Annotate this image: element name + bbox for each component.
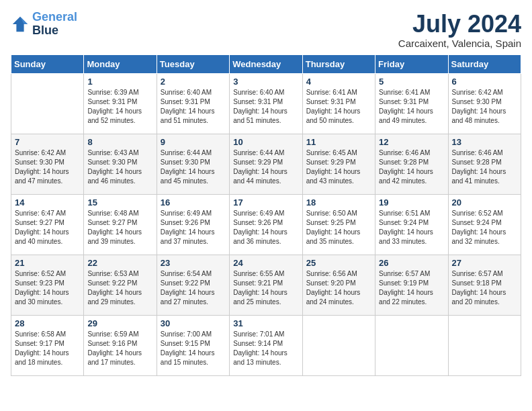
day-info: Sunrise: 6:57 AMSunset: 9:18 PMDaylight:… xyxy=(452,269,517,307)
calendar-header-row: SundayMondayTuesdayWednesdayThursdayFrid… xyxy=(11,54,521,73)
calendar-cell: 28Sunrise: 6:58 AMSunset: 9:17 PMDayligh… xyxy=(11,315,84,375)
location: Carcaixent, Valencia, Spain xyxy=(398,38,521,49)
day-number: 26 xyxy=(379,258,444,268)
calendar-cell: 17Sunrise: 6:49 AMSunset: 9:26 PMDayligh… xyxy=(230,194,302,255)
day-info: Sunrise: 6:46 AMSunset: 9:28 PMDaylight:… xyxy=(452,148,517,186)
calendar-cell: 16Sunrise: 6:49 AMSunset: 9:26 PMDayligh… xyxy=(157,194,229,255)
day-number: 25 xyxy=(306,258,371,268)
day-info: Sunrise: 6:41 AMSunset: 9:31 PMDaylight:… xyxy=(306,88,371,126)
day-number: 2 xyxy=(161,77,226,87)
calendar-cell: 19Sunrise: 6:51 AMSunset: 9:24 PMDayligh… xyxy=(375,194,448,255)
day-number: 11 xyxy=(306,137,371,147)
day-number: 20 xyxy=(452,197,517,208)
calendar-table: SundayMondayTuesdayWednesdayThursdayFrid… xyxy=(11,54,521,376)
weekday-header: Sunday xyxy=(11,54,84,73)
day-number: 1 xyxy=(87,77,152,87)
page-header: General Blue July 2024 Carcaixent, Valen… xyxy=(11,11,521,49)
day-info: Sunrise: 6:44 AMSunset: 9:29 PMDaylight:… xyxy=(233,148,298,186)
day-number: 21 xyxy=(15,258,80,268)
day-info: Sunrise: 6:57 AMSunset: 9:19 PMDaylight:… xyxy=(379,269,444,307)
day-info: Sunrise: 6:52 AMSunset: 9:24 PMDaylight:… xyxy=(452,209,517,246)
calendar-week-row: 14Sunrise: 6:47 AMSunset: 9:27 PMDayligh… xyxy=(11,194,521,255)
calendar-cell: 7Sunrise: 6:42 AMSunset: 9:30 PMDaylight… xyxy=(11,134,84,194)
calendar-cell: 8Sunrise: 6:43 AMSunset: 9:30 PMDaylight… xyxy=(84,134,157,194)
day-info: Sunrise: 7:01 AMSunset: 9:14 PMDaylight:… xyxy=(233,330,298,367)
calendar-cell xyxy=(448,315,521,375)
day-number: 4 xyxy=(306,77,371,87)
calendar-cell: 1Sunrise: 6:39 AMSunset: 9:31 PMDaylight… xyxy=(84,73,157,134)
calendar-cell: 26Sunrise: 6:57 AMSunset: 9:19 PMDayligh… xyxy=(375,255,448,315)
day-number: 10 xyxy=(233,137,298,147)
calendar-body: 1Sunrise: 6:39 AMSunset: 9:31 PMDaylight… xyxy=(11,73,521,375)
day-number: 22 xyxy=(87,258,152,268)
day-info: Sunrise: 6:48 AMSunset: 9:27 PMDaylight:… xyxy=(87,209,152,246)
calendar-cell: 13Sunrise: 6:46 AMSunset: 9:28 PMDayligh… xyxy=(448,134,521,194)
day-info: Sunrise: 6:59 AMSunset: 9:16 PMDaylight:… xyxy=(87,330,152,367)
calendar-cell: 24Sunrise: 6:55 AMSunset: 9:21 PMDayligh… xyxy=(230,255,302,315)
day-info: Sunrise: 6:50 AMSunset: 9:25 PMDaylight:… xyxy=(306,209,371,246)
day-number: 9 xyxy=(161,137,226,147)
calendar-cell xyxy=(11,73,84,134)
weekday-header: Wednesday xyxy=(230,54,302,73)
calendar-cell: 3Sunrise: 6:40 AMSunset: 9:31 PMDaylight… xyxy=(230,73,302,134)
day-number: 14 xyxy=(15,197,80,208)
day-number: 28 xyxy=(15,318,80,328)
day-info: Sunrise: 6:40 AMSunset: 9:31 PMDaylight:… xyxy=(161,88,226,126)
calendar-cell: 2Sunrise: 6:40 AMSunset: 9:31 PMDaylight… xyxy=(157,73,229,134)
day-number: 16 xyxy=(161,197,226,208)
day-number: 5 xyxy=(379,77,444,87)
title-block: July 2024 Carcaixent, Valencia, Spain xyxy=(398,11,521,49)
day-info: Sunrise: 7:00 AMSunset: 9:15 PMDaylight:… xyxy=(161,330,226,367)
day-number: 7 xyxy=(15,137,80,147)
calendar-cell: 11Sunrise: 6:45 AMSunset: 9:29 PMDayligh… xyxy=(302,134,375,194)
calendar-cell: 22Sunrise: 6:53 AMSunset: 9:22 PMDayligh… xyxy=(84,255,157,315)
calendar-week-row: 21Sunrise: 6:52 AMSunset: 9:23 PMDayligh… xyxy=(11,255,521,315)
day-number: 8 xyxy=(87,137,152,147)
day-number: 27 xyxy=(452,258,517,268)
weekday-header: Saturday xyxy=(448,54,521,73)
day-number: 17 xyxy=(233,197,298,208)
calendar-cell: 18Sunrise: 6:50 AMSunset: 9:25 PMDayligh… xyxy=(302,194,375,255)
calendar-cell: 12Sunrise: 6:46 AMSunset: 9:28 PMDayligh… xyxy=(375,134,448,194)
day-number: 29 xyxy=(87,318,152,328)
day-info: Sunrise: 6:52 AMSunset: 9:23 PMDaylight:… xyxy=(15,269,80,307)
day-info: Sunrise: 6:56 AMSunset: 9:20 PMDaylight:… xyxy=(306,269,371,307)
day-number: 24 xyxy=(233,258,298,268)
day-number: 3 xyxy=(233,77,298,87)
calendar-cell: 6Sunrise: 6:42 AMSunset: 9:30 PMDaylight… xyxy=(448,73,521,134)
day-number: 6 xyxy=(452,77,517,87)
calendar-cell: 9Sunrise: 6:44 AMSunset: 9:30 PMDaylight… xyxy=(157,134,229,194)
day-info: Sunrise: 6:39 AMSunset: 9:31 PMDaylight:… xyxy=(87,88,152,126)
month-title: July 2024 xyxy=(398,11,521,38)
logo-icon xyxy=(11,15,30,34)
day-info: Sunrise: 6:46 AMSunset: 9:28 PMDaylight:… xyxy=(379,148,444,186)
calendar-cell: 10Sunrise: 6:44 AMSunset: 9:29 PMDayligh… xyxy=(230,134,302,194)
calendar-cell: 29Sunrise: 6:59 AMSunset: 9:16 PMDayligh… xyxy=(84,315,157,375)
calendar-cell: 31Sunrise: 7:01 AMSunset: 9:14 PMDayligh… xyxy=(230,315,302,375)
calendar-cell xyxy=(375,315,448,375)
calendar-cell: 15Sunrise: 6:48 AMSunset: 9:27 PMDayligh… xyxy=(84,194,157,255)
day-info: Sunrise: 6:54 AMSunset: 9:22 PMDaylight:… xyxy=(161,269,226,307)
calendar-cell: 21Sunrise: 6:52 AMSunset: 9:23 PMDayligh… xyxy=(11,255,84,315)
day-info: Sunrise: 6:43 AMSunset: 9:30 PMDaylight:… xyxy=(87,148,152,186)
calendar-week-row: 1Sunrise: 6:39 AMSunset: 9:31 PMDaylight… xyxy=(11,73,521,134)
day-number: 31 xyxy=(233,318,298,328)
calendar-week-row: 28Sunrise: 6:58 AMSunset: 9:17 PMDayligh… xyxy=(11,315,521,375)
day-info: Sunrise: 6:45 AMSunset: 9:29 PMDaylight:… xyxy=(306,148,371,186)
weekday-header: Tuesday xyxy=(157,54,229,73)
day-number: 18 xyxy=(306,197,371,208)
calendar-cell: 25Sunrise: 6:56 AMSunset: 9:20 PMDayligh… xyxy=(302,255,375,315)
day-number: 19 xyxy=(379,197,444,208)
calendar-cell: 30Sunrise: 7:00 AMSunset: 9:15 PMDayligh… xyxy=(157,315,229,375)
day-info: Sunrise: 6:40 AMSunset: 9:31 PMDaylight:… xyxy=(233,88,298,126)
day-info: Sunrise: 6:53 AMSunset: 9:22 PMDaylight:… xyxy=(87,269,152,307)
day-info: Sunrise: 6:55 AMSunset: 9:21 PMDaylight:… xyxy=(233,269,298,307)
day-number: 23 xyxy=(161,258,226,268)
day-number: 30 xyxy=(161,318,226,328)
calendar-cell: 20Sunrise: 6:52 AMSunset: 9:24 PMDayligh… xyxy=(448,194,521,255)
logo-text: General Blue xyxy=(32,11,77,38)
day-info: Sunrise: 6:42 AMSunset: 9:30 PMDaylight:… xyxy=(452,88,517,126)
day-info: Sunrise: 6:58 AMSunset: 9:17 PMDaylight:… xyxy=(15,330,80,367)
weekday-header: Monday xyxy=(84,54,157,73)
calendar-cell: 27Sunrise: 6:57 AMSunset: 9:18 PMDayligh… xyxy=(448,255,521,315)
